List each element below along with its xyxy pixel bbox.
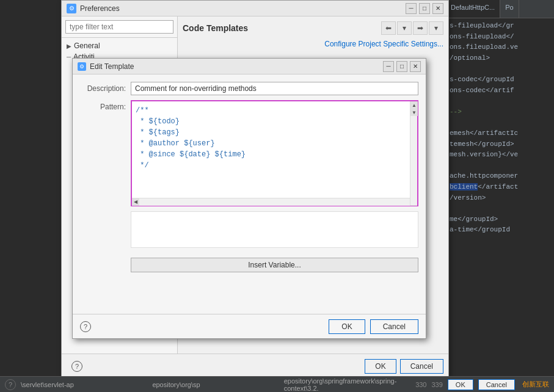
help-icon-status[interactable]: ? xyxy=(5,379,16,390)
status-ok-button[interactable]: OK xyxy=(448,379,473,390)
configure-link[interactable]: Configure Project Specific Settings... xyxy=(183,40,443,48)
scroll-up-arrow[interactable]: ▲ xyxy=(410,101,418,109)
minimize-button[interactable]: ─ xyxy=(406,3,417,14)
description-input[interactable] xyxy=(131,82,418,95)
dialog-ok-button[interactable]: OK xyxy=(329,319,365,334)
code-line: /optional> xyxy=(450,53,550,64)
pattern-row: Pattern: /** * ${todo} * ${tags} * @auth… xyxy=(80,100,418,206)
dialog-close-button[interactable]: ✕ xyxy=(410,61,421,72)
help-icon-pref[interactable]: ? xyxy=(71,361,82,372)
code-line: s-fileupload</gr xyxy=(450,21,550,32)
status-path-1: \servlet\servlet-ap xyxy=(21,381,147,388)
code-line: s-codec</groupId xyxy=(450,74,550,85)
nav-fwd-button[interactable]: ➡ xyxy=(413,21,428,35)
description-row: Description: xyxy=(80,82,418,95)
titlebar-buttons: ─ □ ✕ xyxy=(406,3,443,14)
status-line-num: 330 xyxy=(415,381,426,388)
hscroll-left-arrow[interactable]: ◀ xyxy=(132,198,139,206)
code-line: ache.httpcomponer xyxy=(450,171,550,182)
close-button[interactable]: ✕ xyxy=(432,3,443,14)
search-area xyxy=(62,16,177,38)
code-line: /version> xyxy=(450,193,550,204)
tab-default-http[interactable]: DefaultHttpC... xyxy=(446,0,500,18)
dialog-body: Description: Pattern: /** * ${todo} * ${… xyxy=(73,74,426,280)
nav-dropdown2-button[interactable]: ▾ xyxy=(429,21,443,35)
tree-item-general[interactable]: ▶ General xyxy=(62,40,177,51)
status-line-num2: 339 xyxy=(431,381,442,388)
search-input[interactable] xyxy=(65,20,173,34)
status-path-2: epository\org\sp xyxy=(152,381,279,388)
dialog-icon: ⚙ xyxy=(78,62,86,71)
extra-space-area xyxy=(131,211,418,248)
description-label: Description: xyxy=(80,84,126,93)
dialog-title: Edit Template xyxy=(90,62,383,71)
preferences-title: Preferences xyxy=(80,4,406,13)
dialog-maximize-button[interactable]: □ xyxy=(396,61,407,72)
nav-back-button[interactable]: ⬅ xyxy=(381,21,396,35)
pattern-container: /** * ${todo} * ${tags} * @author ${user… xyxy=(131,100,418,206)
preferences-icon: ⚙ xyxy=(67,4,76,13)
hscroll-track xyxy=(139,198,410,206)
pattern-textarea[interactable]: /** * ${todo} * ${tags} * @author ${user… xyxy=(132,101,417,196)
code-line xyxy=(450,64,550,74)
insert-variable-button[interactable]: Insert Variable... xyxy=(131,258,418,272)
edit-template-dialog: ⚙ Edit Template ─ □ ✕ Description: Patte… xyxy=(72,58,426,339)
code-line: --> xyxy=(450,107,550,118)
code-line xyxy=(450,117,550,128)
watermark: 创新互联 xyxy=(522,380,549,389)
code-line: a-time</groupId xyxy=(450,225,550,236)
pattern-scrollbar: ▲ ▼ xyxy=(410,101,417,205)
code-templates-header: Code Templates ⬅ ▾ ➡ ▾ xyxy=(183,21,443,35)
code-templates-title: Code Templates xyxy=(183,23,248,33)
nav-dropdown-button[interactable]: ▾ xyxy=(397,21,412,35)
pattern-label: Pattern: xyxy=(80,100,126,111)
code-line xyxy=(450,161,550,172)
dialog-cancel-button[interactable]: Cancel xyxy=(370,319,418,334)
tree-label-general: General xyxy=(74,42,100,50)
status-bar: ? \servlet\servlet-ap epository\org\sp e… xyxy=(0,376,554,392)
editor-tabs: DefaultHttpC... Po xyxy=(446,0,554,18)
editor-content: s-fileupload</gr ons-fileupload</ ons.fi… xyxy=(446,18,554,238)
code-line xyxy=(450,96,550,107)
dialog-titlebar-buttons: ─ □ ✕ xyxy=(383,61,421,72)
tab-po[interactable]: Po xyxy=(500,0,519,18)
help-icon-dialog[interactable]: ? xyxy=(80,321,91,332)
code-line: me</groupId> xyxy=(450,214,550,225)
maximize-button[interactable]: □ xyxy=(419,3,430,14)
pref-cancel-button[interactable]: Cancel xyxy=(400,359,443,374)
tree-arrow-general: ▶ xyxy=(67,43,71,49)
tree-arrow-activiti: ─ xyxy=(67,54,71,60)
right-editor-panel: DefaultHttpC... Po s-fileupload</gr ons-… xyxy=(445,0,554,392)
pattern-hscrollbar: ◀ ▶ xyxy=(132,198,417,205)
code-line: temesh</groupId> xyxy=(450,139,550,150)
code-line: mesh.version}</ve xyxy=(450,150,550,161)
code-line: ons-fileupload</ xyxy=(450,32,550,43)
preferences-footer: ? OK Cancel xyxy=(62,354,448,378)
code-line xyxy=(450,203,550,214)
dialog-footer: ? OK Cancel xyxy=(73,314,426,338)
code-line: ons.fileupload.ve xyxy=(450,42,550,53)
status-cancel-button[interactable]: Cancel xyxy=(478,379,515,390)
code-line: emesh</artifactIc xyxy=(450,128,550,139)
dialog-titlebar: ⚙ Edit Template ─ □ ✕ xyxy=(73,59,426,74)
code-line: ons-codec</artif xyxy=(450,85,550,96)
pref-ok-button[interactable]: OK xyxy=(365,359,396,374)
code-line: bclient</artifact xyxy=(450,182,550,193)
status-path-3: epository\org\springframework\spring-con… xyxy=(284,377,410,392)
preferences-titlebar: ⚙ Preferences ─ □ ✕ xyxy=(62,1,448,16)
dialog-minimize-button[interactable]: ─ xyxy=(383,61,394,72)
scroll-down-arrow[interactable]: ▼ xyxy=(410,109,418,116)
